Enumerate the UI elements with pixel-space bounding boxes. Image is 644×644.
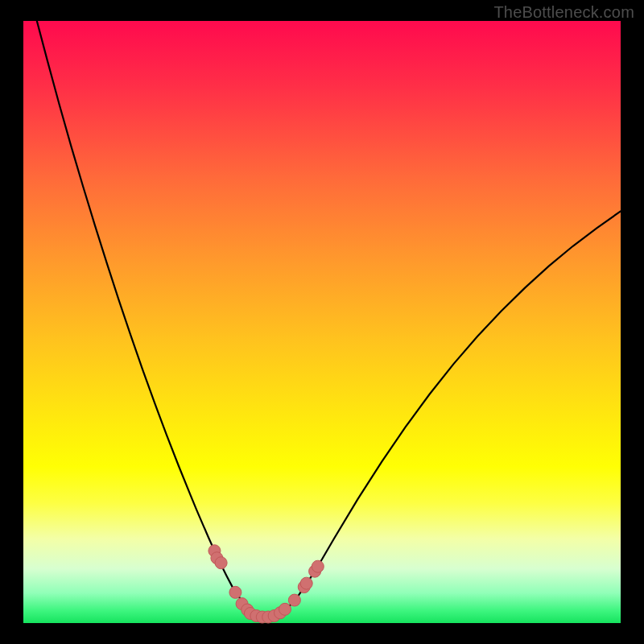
chart-plot-area	[23, 21, 621, 623]
watermark-text: TheBottleneck.com	[493, 3, 634, 22]
curve-marker	[215, 557, 227, 569]
curve-marker	[312, 560, 324, 572]
curve-marker	[279, 603, 291, 615]
bottleneck-curve	[23, 0, 621, 617]
chart-frame: TheBottleneck.com	[0, 0, 644, 644]
curve-marker	[288, 594, 300, 606]
curve-markers	[208, 545, 324, 623]
chart-svg	[23, 21, 621, 623]
curve-marker	[300, 577, 312, 589]
curve-marker	[229, 586, 242, 598]
